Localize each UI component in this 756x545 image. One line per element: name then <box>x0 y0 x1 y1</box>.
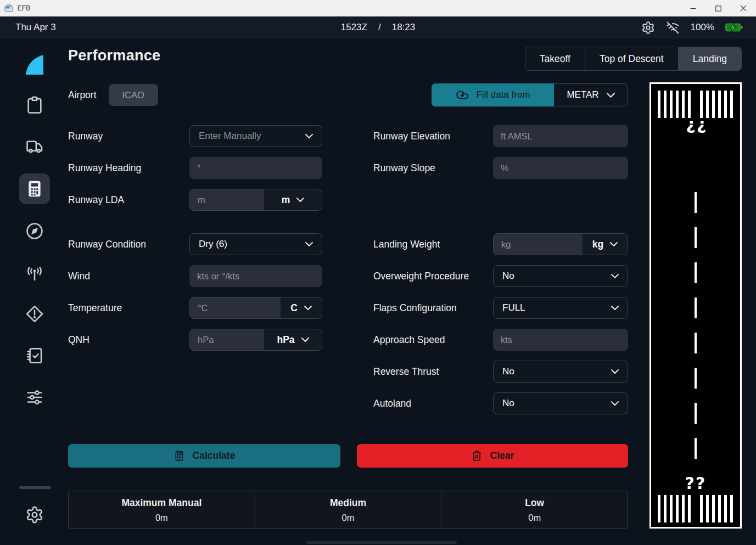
app-icon <box>4 4 13 12</box>
airport-icao-input[interactable] <box>109 84 158 106</box>
sidebar-item-alerts[interactable] <box>19 299 50 329</box>
sidebar-item-options[interactable] <box>19 382 50 413</box>
flaps-configuration-label: Flaps Configuration <box>373 302 493 314</box>
airport-label: Airport <box>68 89 97 101</box>
runway-lda-input[interactable] <box>190 189 264 210</box>
sidebar-item-settings[interactable] <box>19 499 50 530</box>
clear-button[interactable]: Clear <box>357 444 628 468</box>
checklist-icon <box>25 346 44 365</box>
local-time: 18:23 <box>392 22 416 32</box>
truck-icon <box>25 137 44 156</box>
sidebar-item-home[interactable] <box>19 49 50 80</box>
main-panel: Airport Fill data from METAR Runway Ent <box>68 38 628 545</box>
runway-lda-unit-value: m <box>282 194 290 206</box>
status-bar: Thu Apr 3 1523Z/18:23 100% <box>0 16 756 38</box>
sidebar-divider <box>19 486 51 489</box>
qnh-unit-select[interactable]: hPa <box>264 329 322 350</box>
calculator-icon <box>173 450 185 462</box>
close-button[interactable] <box>731 0 756 16</box>
temperature-field: C <box>189 297 322 319</box>
clear-label: Clear <box>490 450 514 462</box>
warning-diamond-icon <box>25 305 44 323</box>
sliders-icon <box>25 388 44 407</box>
qnh-field: hPa <box>189 329 322 351</box>
battery-charging-icon <box>725 23 743 32</box>
sidebar-item-flightplan[interactable] <box>19 90 50 121</box>
temperature-unit-select[interactable]: C <box>281 297 322 318</box>
horizontal-scrollbar[interactable] <box>306 541 457 544</box>
window-titlebar: EFB <box>0 0 756 16</box>
result-medium: Medium 0m <box>255 491 441 528</box>
fill-data-button[interactable]: Fill data from <box>432 83 554 106</box>
overweight-procedure-value: No <box>502 271 611 282</box>
sidebar-item-ground-ops[interactable] <box>19 131 50 162</box>
gear-icon[interactable] <box>641 21 655 35</box>
flaps-configuration-value: FULL <box>502 302 611 313</box>
tab-landing[interactable]: Landing <box>678 47 741 70</box>
overweight-procedure-select[interactable]: No <box>493 265 628 287</box>
runway-elevation-input[interactable] <box>493 125 628 147</box>
chevron-down-icon <box>296 198 304 202</box>
landing-weight-field: kg <box>493 233 628 255</box>
qnh-input[interactable] <box>190 329 264 350</box>
app-content: Performance Takeoff Top of Descent Landi… <box>0 38 756 545</box>
result-low: Low 0m <box>441 491 628 528</box>
runway-heading-label: Runway Heading <box>68 162 189 174</box>
runway-label: Runway <box>68 131 189 142</box>
runway-threshold-stripes <box>700 91 733 118</box>
battery-percent: 100% <box>691 22 714 33</box>
chevron-down-icon <box>611 369 619 374</box>
clipboard-icon <box>25 96 44 115</box>
landing-weight-input[interactable] <box>494 234 583 255</box>
result-maximum-manual-value: 0m <box>69 513 255 523</box>
runway-lda-unit-select[interactable]: m <box>264 189 322 210</box>
runway-select-value: Enter Manually <box>199 131 305 142</box>
runway-threshold-stripes <box>658 495 691 522</box>
autoland-select[interactable]: No <box>493 392 628 414</box>
runway-threshold-stripes <box>658 91 691 118</box>
runway-heading-input[interactable] <box>189 157 322 179</box>
calculate-button[interactable]: Calculate <box>68 444 340 468</box>
sidebar-item-performance[interactable] <box>19 173 50 204</box>
minimize-icon <box>690 5 696 12</box>
wind-input[interactable] <box>189 265 322 287</box>
results-panel: Maximum Manual 0m Medium 0m Low 0m <box>68 491 628 529</box>
fill-source-select[interactable]: METAR <box>554 83 628 106</box>
chevron-down-icon <box>305 134 313 138</box>
runway-centerline <box>695 192 697 465</box>
runway-slope-input[interactable] <box>493 157 628 179</box>
flaps-configuration-select[interactable]: FULL <box>493 297 628 319</box>
sidebar-item-checklists[interactable] <box>19 340 50 371</box>
reverse-thrust-label: Reverse Thrust <box>373 366 493 378</box>
fill-source-value: METAR <box>567 89 598 100</box>
runway-select[interactable]: Enter Manually <box>189 125 322 147</box>
runway-condition-select[interactable]: Dry (6) <box>189 233 322 255</box>
runway-lda-label: Runway LDA <box>68 194 189 206</box>
runway-slope-label: Runway Slope <box>373 162 493 174</box>
trash-icon <box>471 450 483 462</box>
temperature-input[interactable] <box>190 297 281 318</box>
result-low-value: 0m <box>441 513 628 523</box>
result-maximum-manual-label: Maximum Manual <box>69 497 255 509</box>
antenna-icon <box>25 264 44 283</box>
sidebar <box>0 38 60 545</box>
runway-near-marking: ?? <box>651 474 740 493</box>
approach-speed-input[interactable] <box>493 329 628 351</box>
runway-condition-value: Dry (6) <box>199 239 305 250</box>
time-separator: / <box>378 22 381 32</box>
landing-weight-unit-select[interactable]: kg <box>583 234 628 255</box>
result-maximum-manual: Maximum Manual 0m <box>69 491 255 528</box>
autoland-label: Autoland <box>373 398 493 409</box>
reverse-thrust-select[interactable]: No <box>493 361 628 383</box>
landing-weight-label: Landing Weight <box>373 239 493 250</box>
window-title: EFB <box>18 4 30 12</box>
fill-data-group: Fill data from METAR <box>432 83 628 106</box>
chevron-down-icon <box>607 93 615 98</box>
sidebar-item-radio[interactable] <box>19 258 50 289</box>
maximize-button[interactable] <box>705 0 731 16</box>
gear-icon <box>25 505 44 524</box>
airline-logo <box>24 54 45 76</box>
minimize-button[interactable] <box>680 0 705 16</box>
sidebar-item-navigation[interactable] <box>19 216 50 246</box>
chevron-down-icon <box>610 242 618 246</box>
